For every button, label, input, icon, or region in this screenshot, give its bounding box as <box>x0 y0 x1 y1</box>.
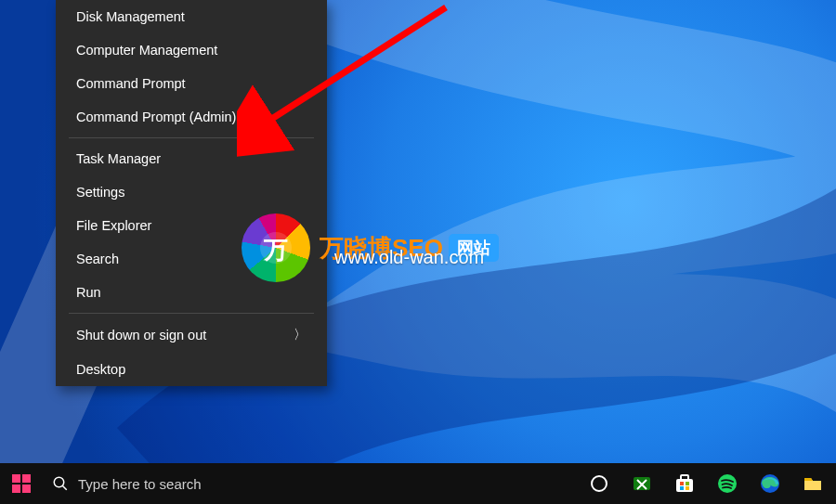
menu-item-computer-management[interactable]: Computer Management <box>56 33 327 67</box>
svg-rect-8 <box>686 482 689 485</box>
taskbar-search[interactable]: Type here to search <box>43 463 446 504</box>
spotify-icon <box>717 473 738 494</box>
windows-logo-icon <box>12 474 31 493</box>
menu-item-shutdown-signout[interactable]: Shut down or sign out 〉 <box>56 317 327 353</box>
svg-rect-7 <box>680 482 684 485</box>
svg-rect-5 <box>676 479 693 492</box>
menu-separator <box>69 137 314 138</box>
store-button[interactable] <box>663 463 706 504</box>
menu-item-command-prompt[interactable]: Command Prompt <box>56 67 327 100</box>
taskbar: Type here to search <box>0 463 836 504</box>
menu-item-desktop[interactable]: Desktop <box>56 353 327 386</box>
taskbar-tray <box>578 463 836 504</box>
watermark-logo-text: 万 <box>264 234 288 266</box>
file-explorer-button[interactable] <box>791 463 834 504</box>
menu-item-command-prompt-admin[interactable]: Command Prompt (Admin) <box>56 100 327 134</box>
menu-item-settings[interactable]: Settings <box>56 175 327 209</box>
watermark: 万 万晓博SEO 网站 www.old-wan.com <box>242 213 504 282</box>
menu-separator <box>69 313 314 314</box>
xbox-button[interactable] <box>620 463 663 504</box>
edge-button[interactable] <box>749 463 791 504</box>
watermark-logo-icon: 万 <box>242 213 310 282</box>
spotify-button[interactable] <box>706 463 749 504</box>
folder-icon <box>802 472 824 495</box>
start-button[interactable] <box>0 463 43 504</box>
chevron-right-icon: 〉 <box>294 327 307 343</box>
store-icon <box>673 472 696 495</box>
svg-point-1 <box>54 477 64 487</box>
menu-item-task-manager[interactable]: Task Manager <box>56 142 327 175</box>
svg-rect-9 <box>680 486 684 490</box>
xbox-icon <box>631 472 653 495</box>
search-placeholder: Type here to search <box>78 476 202 492</box>
menu-item-disk-management[interactable]: Disk Management <box>56 0 327 33</box>
winx-context-menu: Disk Management Computer Management Comm… <box>56 0 327 386</box>
desktop-wallpaper: Disk Management Computer Management Comm… <box>0 0 836 504</box>
edge-icon <box>759 472 781 495</box>
svg-point-3 <box>592 476 607 491</box>
svg-rect-10 <box>686 486 689 490</box>
search-icon <box>52 475 69 492</box>
cortana-button[interactable] <box>578 463 620 504</box>
svg-line-2 <box>62 485 67 490</box>
cortana-icon <box>590 474 608 493</box>
svg-rect-6 <box>681 475 688 480</box>
watermark-url: www.old-wan.com <box>334 247 484 268</box>
